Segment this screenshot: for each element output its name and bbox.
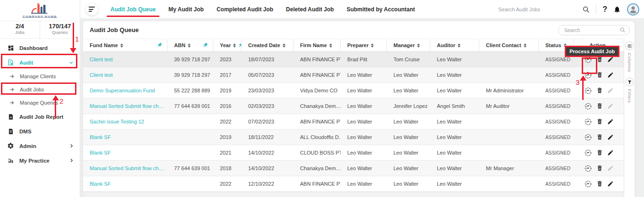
cell-fund[interactable]: Client test — [83, 67, 167, 82]
table-row[interactable]: Manual Sorted Submit flow ch…77 644 639 … — [83, 161, 624, 176]
chevron-right-icon — [69, 143, 74, 148]
edit-button[interactable] — [607, 56, 614, 63]
cell-firm: Chanakya Dem… — [293, 161, 341, 176]
delete-button[interactable] — [596, 118, 603, 125]
column-label: Manager — [393, 42, 415, 48]
pin-icon[interactable] — [238, 42, 242, 48]
table-row-partial — [83, 192, 624, 197]
delete-button[interactable] — [596, 103, 603, 109]
pin-icon[interactable] — [202, 42, 213, 48]
sidebar-item-audit-job-report[interactable]: Audit Job Report — [0, 109, 80, 124]
column-header-manager[interactable]: Manager — [387, 39, 430, 51]
cell-created: 18/07/2023 — [242, 52, 293, 67]
table-row[interactable]: Manual Sorted Submit flow ch…77 644 639 … — [83, 98, 624, 114]
table-row[interactable]: Sachin issue Testing 12202207/02/2023ABN… — [83, 114, 624, 130]
filters-toggle-button[interactable] — [625, 78, 634, 86]
cell-fund[interactable]: Blank SF — [83, 130, 167, 145]
column-header-client-contact[interactable]: Client Contact — [479, 39, 539, 51]
column-header-auditor[interactable]: Auditor — [430, 39, 479, 51]
jobs-stat[interactable]: 2/4 Jobs — [0, 21, 40, 38]
cell-action — [574, 161, 624, 176]
delete-button[interactable] — [596, 149, 603, 156]
tab-submitted-by-accountant[interactable]: Submitted by Accountant — [347, 6, 415, 13]
sort-icon[interactable] — [417, 43, 420, 48]
table-row[interactable]: Client test39 929 718 297202318/07/2023A… — [83, 52, 624, 67]
cell-fund[interactable]: Manual Sorted Submit flow ch… — [83, 161, 167, 176]
table-row[interactable]: Demo Superannuation Fund55 222 288 88920… — [83, 83, 624, 98]
column-header-abn[interactable]: ABN — [167, 39, 213, 51]
sort-icon[interactable] — [524, 43, 527, 48]
table-row[interactable]: Blank SF201918/11/2022ALL Cloudoffis D…L… — [83, 130, 624, 145]
column-label: Created Date — [248, 42, 280, 48]
sidebar-item-manage-queries[interactable]: Manage Queries — [0, 96, 80, 109]
cell-fund[interactable]: Client test — [83, 52, 167, 67]
edit-button[interactable] — [607, 134, 614, 140]
table-side-tools: Columns Filters — [624, 39, 635, 197]
process-audit-job-button[interactable] — [584, 118, 592, 126]
sort-icon[interactable] — [458, 43, 460, 48]
sort-icon[interactable] — [120, 43, 123, 48]
sidebar-item-admin[interactable]: Admin — [0, 139, 80, 153]
sort-icon[interactable] — [283, 43, 285, 48]
menu-toggle-button[interactable] — [86, 3, 98, 16]
process-audit-job-button[interactable] — [584, 180, 592, 188]
edit-button[interactable] — [607, 103, 614, 109]
column-header-year[interactable]: Year — [213, 39, 242, 51]
cell-fund[interactable]: Manual Sorted Submit flow ch… — [83, 98, 167, 114]
edit-button[interactable] — [607, 149, 614, 156]
column-header-fund-name[interactable]: Fund Name — [83, 39, 167, 51]
process-audit-job-button[interactable] — [584, 87, 592, 95]
sidebar-item-manage-clients[interactable]: Manage Clients — [0, 70, 80, 83]
table-row[interactable]: Blank SF202212/10/2022ABN FINANCE PT…Leo… — [83, 176, 624, 192]
sidebar-item-my-practice[interactable]: My Practice — [0, 153, 80, 168]
sidebar-item-dms[interactable]: DMS — [0, 124, 80, 139]
columns-toggle-button[interactable] — [625, 41, 634, 50]
tab-deleted-audit-job[interactable]: Deleted Audit Job — [286, 6, 334, 13]
sort-icon[interactable] — [371, 43, 374, 48]
search-button[interactable] — [582, 6, 590, 13]
column-header-preparer[interactable]: Preparer — [341, 39, 387, 51]
cell-firm: ABN FINANCE PT… — [293, 52, 341, 67]
sort-icon[interactable] — [188, 43, 191, 48]
sidebar-item-label: Manage Queries — [20, 100, 58, 106]
delete-button[interactable] — [596, 165, 603, 172]
notifications-button[interactable] — [613, 6, 621, 13]
cell-fund[interactable]: Blank SF — [83, 145, 167, 160]
edit-button[interactable] — [607, 181, 614, 187]
cell-created: 07/02/2023 — [242, 114, 293, 129]
process-audit-job-button[interactable] — [584, 149, 592, 157]
edit-button[interactable] — [607, 118, 614, 125]
delete-button[interactable] — [596, 87, 603, 94]
sidebar-item-dashboard[interactable]: Dashboard — [0, 41, 80, 55]
delete-button[interactable] — [596, 134, 603, 140]
tab-audit-job-queue[interactable]: Audit Job Queue — [110, 6, 156, 13]
sidebar-item-label: Dashboard — [19, 45, 48, 51]
topbar: Audit Job QueueMy Audit JobCompleted Aud… — [80, 0, 644, 19]
sort-icon[interactable] — [329, 43, 332, 48]
table-search-input[interactable] — [564, 27, 619, 33]
help-icon[interactable]: ? — [602, 5, 607, 14]
sort-icon[interactable] — [233, 43, 236, 48]
edit-button[interactable] — [607, 165, 614, 172]
delete-button[interactable] — [596, 181, 603, 187]
pin-icon[interactable] — [157, 42, 167, 48]
edit-button[interactable] — [607, 72, 614, 78]
global-search-input[interactable] — [498, 7, 576, 12]
tab-completed-audit-job[interactable]: Completed Audit Job — [217, 6, 273, 13]
process-audit-job-button[interactable] — [584, 102, 592, 110]
cell-year: 2018 — [213, 161, 242, 176]
company-logo[interactable]: COMPANY NAME — [0, 0, 80, 21]
process-audit-job-button[interactable] — [584, 164, 592, 172]
cell-fund[interactable]: Blank SF — [83, 176, 167, 191]
edit-button[interactable] — [607, 87, 614, 94]
user-avatar[interactable] — [627, 3, 639, 16]
table-row[interactable]: Client test39 929 718 297201705/07/2023A… — [83, 67, 624, 83]
process-audit-job-button[interactable] — [584, 133, 592, 141]
tab-my-audit-job[interactable]: My Audit Job — [168, 6, 204, 13]
column-header-created-date[interactable]: Created Date — [242, 39, 293, 51]
column-label: Status — [545, 42, 561, 48]
table-row[interactable]: Blank SF202114/10/2022CLOUD BOSS PT…Leo … — [83, 145, 624, 161]
column-header-firm-name[interactable]: Firm Name — [293, 39, 341, 51]
cell-fund[interactable]: Demo Superannuation Fund — [83, 83, 167, 98]
cell-fund[interactable]: Sachin issue Testing 12 — [83, 114, 167, 129]
